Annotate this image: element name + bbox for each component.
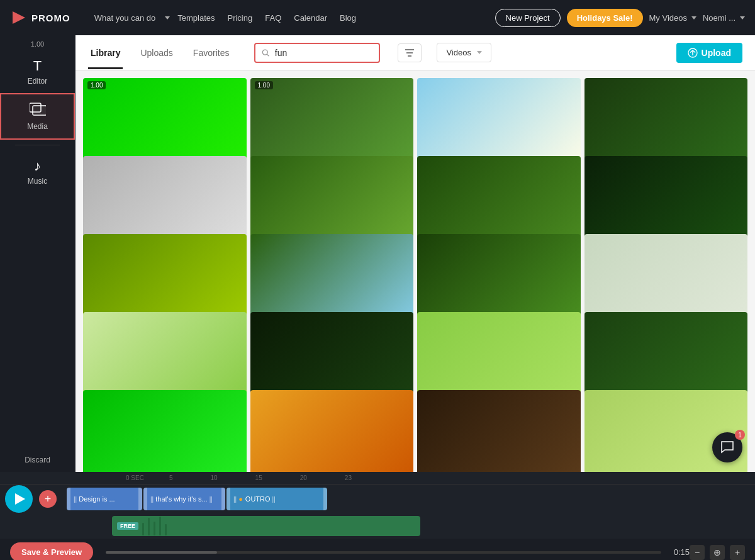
ruler-5: 5 (169, 474, 173, 481)
media-version-2: 1.00 (255, 81, 273, 89)
track-pause-2r: || (210, 496, 213, 503)
nav-right: New Project Holidays Sale! My Videos Noe… (495, 9, 745, 27)
my-videos-nav[interactable]: My Videos (649, 13, 696, 23)
track-pause-2: || (150, 496, 154, 503)
track-handle-right-2[interactable] (221, 488, 225, 510)
sidebar-item-music[interactable]: ♪ Music (0, 150, 75, 193)
bottom-track: FREE (0, 513, 755, 539)
timeline-ruler: 0 SEC 5 10 15 20 23 (0, 472, 755, 484)
media-grid: 1.00👑 PREMIUM14s1.0023s👑 PREMIUM33s29s👑 … (76, 70, 755, 472)
library-header: Library Uploads Favorites Videos Upload (76, 35, 755, 70)
music-icon: ♪ (34, 158, 41, 174)
nav-what-you-can-do[interactable]: What you can do (89, 9, 161, 26)
media-item-19[interactable]: 18s (417, 390, 581, 472)
segment-label-1: Design is ... (79, 495, 115, 503)
free-badge: FREE (117, 522, 138, 530)
tab-uploads[interactable]: Uploads (138, 36, 175, 69)
holidays-sale-button[interactable]: Holidays Sale! (567, 9, 643, 27)
ruler-23: 23 (345, 474, 352, 481)
filter-icon (405, 48, 415, 57)
sidebar-divider (15, 145, 60, 145)
logo-icon (10, 9, 28, 26)
music-label: Music (28, 177, 47, 186)
nav-faq[interactable]: FAQ (260, 9, 286, 26)
bottom-bar: Save & Preview 0:15 − ⊕ + (0, 539, 755, 560)
ruler-15: 15 (255, 474, 262, 481)
svg-point-4 (263, 50, 268, 55)
track-segment-3[interactable]: || ● OUTRO || (226, 488, 327, 510)
sidebar-item-media[interactable]: Media (0, 93, 75, 140)
ruler-0: 0 SEC (126, 474, 144, 481)
segment-label-2: that's why it's s... (155, 495, 207, 503)
chevron-down-icon (165, 16, 170, 20)
track-handle-left-1[interactable] (67, 488, 70, 510)
upload-button[interactable]: Upload (676, 43, 742, 63)
timeline-scrollbar[interactable] (106, 551, 661, 554)
sidebar-time: 1.00 (31, 40, 44, 48)
media-version-1: 1.00 (87, 81, 106, 89)
ruler-20: 20 (300, 474, 307, 481)
search-icon (262, 48, 269, 57)
chat-button[interactable]: 1 (712, 432, 742, 462)
main-layout: 1.00 T Editor Media ♪ Music Discard Libr… (0, 35, 755, 472)
track-handle-left-3[interactable] (226, 488, 230, 510)
filter-button[interactable] (398, 43, 422, 62)
chat-badge: 1 (735, 430, 745, 440)
search-box[interactable] (254, 43, 380, 63)
zoom-out-button[interactable]: − (690, 545, 705, 560)
user-chevron-icon (740, 16, 745, 20)
svg-rect-3 (33, 106, 46, 115)
user-menu[interactable]: Noemi ... (703, 13, 745, 23)
add-clip-button[interactable]: + (39, 490, 57, 508)
media-icon (30, 102, 46, 120)
track-pause-1: || (74, 496, 77, 503)
sidebar: 1.00 T Editor Media ♪ Music Discard (0, 35, 76, 472)
track-handle-right-3[interactable] (323, 488, 327, 510)
upload-icon (688, 48, 698, 58)
my-videos-chevron-icon (691, 16, 696, 20)
save-preview-button[interactable]: Save & Preview (10, 542, 93, 560)
sidebar-item-editor[interactable]: T Editor (0, 50, 75, 93)
discard-link[interactable]: Discard (17, 448, 58, 472)
track-handle-right-1[interactable] (138, 488, 142, 510)
nav-templates[interactable]: Templates (172, 9, 220, 26)
track-segment-1[interactable]: || Design is ... (67, 488, 142, 510)
media-label: Media (27, 122, 48, 131)
editor-icon: T (33, 58, 42, 74)
nav-blog[interactable]: Blog (335, 9, 361, 26)
top-nav: PROMO What you can do Templates Pricing … (0, 0, 755, 35)
play-button[interactable] (5, 485, 33, 513)
nav-pricing[interactable]: Pricing (222, 9, 257, 26)
zoom-controls: − ⊕ + (690, 545, 745, 560)
time-display: 0:15 (674, 547, 690, 557)
media-item-18[interactable]: 22s (250, 390, 414, 472)
timeline-tracks: + || Design is ... || that's why it's s.… (0, 484, 755, 513)
media-item-17[interactable]: 14s (83, 390, 247, 472)
ruler-10: 10 (210, 474, 217, 481)
bottom-track-segment[interactable]: FREE (112, 516, 420, 536)
track-pause-3r: || (272, 496, 276, 503)
logo-text: PROMO (31, 13, 70, 23)
content-area: Library Uploads Favorites Videos Upload … (76, 35, 755, 472)
play-icon (15, 493, 25, 505)
bottom-area: 0 SEC 5 10 15 20 23 + || Design is ... |… (0, 472, 755, 560)
timeline-scrollbar-handle[interactable] (106, 551, 217, 554)
new-project-button[interactable]: New Project (495, 9, 561, 27)
videos-dropdown-button[interactable]: Videos (437, 43, 491, 62)
search-input[interactable] (275, 48, 373, 58)
chat-icon (720, 440, 734, 454)
zoom-fit-button[interactable]: ⊕ (710, 545, 725, 560)
zoom-in-button[interactable]: + (730, 545, 745, 560)
svg-marker-0 (13, 11, 25, 24)
nav-calendar[interactable]: Calendar (289, 9, 332, 26)
tab-favorites[interactable]: Favorites (191, 36, 232, 69)
segment-label-3: OUTRO (245, 495, 271, 503)
track-pause-3: || (233, 496, 237, 503)
track-handle-left-2[interactable] (143, 488, 147, 510)
videos-chevron-icon (477, 51, 482, 54)
track-segment-2[interactable]: || that's why it's s... || (143, 488, 225, 510)
outro-dot: ● (238, 495, 243, 503)
logo[interactable]: PROMO (10, 9, 70, 26)
tab-library[interactable]: Library (88, 36, 123, 69)
nav-links: What you can do Templates Pricing FAQ Ca… (89, 9, 361, 26)
